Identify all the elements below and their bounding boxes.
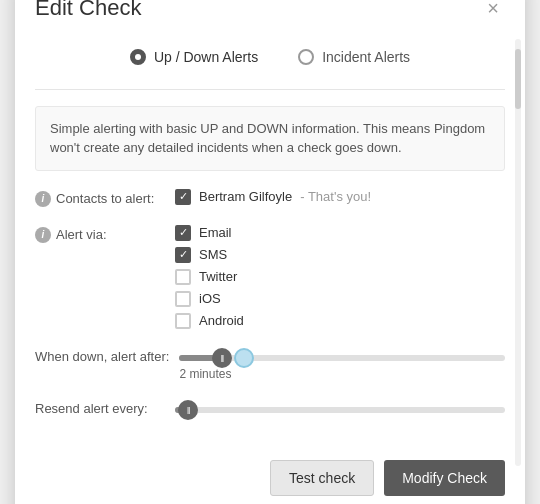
edit-check-modal: Edit Check × Up / Down Alerts Incident A… xyxy=(15,0,525,504)
scrollbar-thumb[interactable] xyxy=(515,49,521,109)
tabs-container: Up / Down Alerts Incident Alerts xyxy=(35,33,505,90)
resend-slider-container xyxy=(175,399,505,413)
contact-checkbox[interactable] xyxy=(175,189,191,205)
when-down-row: When down, alert after: 2 minutes xyxy=(35,347,505,381)
alert-option-android: Android xyxy=(175,313,505,329)
contact-suffix: - That's you! xyxy=(300,189,371,204)
when-down-slider-container: 2 minutes xyxy=(179,347,505,381)
modal-header: Edit Check × xyxy=(15,0,525,33)
contacts-label: i Contacts to alert: xyxy=(35,189,165,207)
alert-option-ios: iOS xyxy=(175,291,505,307)
when-down-slider-track[interactable] xyxy=(179,355,505,361)
twitter-checkbox[interactable] xyxy=(175,269,191,285)
scrollbar-track xyxy=(515,39,521,466)
contacts-row: i Contacts to alert: Bertram Gilfoyle - … xyxy=(35,189,505,207)
resend-row: Resend alert every: xyxy=(35,399,505,416)
contacts-info-icon: i xyxy=(35,191,51,207)
ios-checkbox[interactable] xyxy=(175,291,191,307)
modal-body: Simple alerting with basic UP and DOWN i… xyxy=(15,90,525,450)
sms-checkbox[interactable] xyxy=(175,247,191,263)
info-box: Simple alerting with basic UP and DOWN i… xyxy=(35,106,505,171)
modify-check-button[interactable]: Modify Check xyxy=(384,460,505,496)
slider-thumb-dark[interactable] xyxy=(212,348,232,368)
tab-up-down-radio xyxy=(130,49,146,65)
email-label: Email xyxy=(199,225,232,240)
slider-thumb-light xyxy=(234,348,254,368)
tab-incident-label: Incident Alerts xyxy=(322,49,410,65)
tab-incident-radio xyxy=(298,49,314,65)
ios-label: iOS xyxy=(199,291,221,306)
alert-via-row: i Alert via: Email SMS Twitter xyxy=(35,225,505,329)
twitter-label: Twitter xyxy=(199,269,237,284)
android-checkbox[interactable] xyxy=(175,313,191,329)
android-label: Android xyxy=(199,313,244,328)
tab-up-down-label: Up / Down Alerts xyxy=(154,49,258,65)
close-button[interactable]: × xyxy=(481,0,505,20)
email-checkbox[interactable] xyxy=(175,225,191,241)
tab-up-down[interactable]: Up / Down Alerts xyxy=(110,41,278,73)
modal-title: Edit Check xyxy=(35,0,141,21)
resend-label: Resend alert every: xyxy=(35,399,165,416)
alert-option-twitter: Twitter xyxy=(175,269,505,285)
alert-via-label: i Alert via: xyxy=(35,225,165,243)
resend-slider-thumb[interactable] xyxy=(178,400,198,420)
alert-via-content: Email SMS Twitter iOS Android xyxy=(175,225,505,329)
contacts-content: Bertram Gilfoyle - That's you! xyxy=(175,189,505,205)
test-check-button[interactable]: Test check xyxy=(270,460,374,496)
alert-via-info-icon: i xyxy=(35,227,51,243)
sms-label: SMS xyxy=(199,247,227,262)
alert-option-sms: SMS xyxy=(175,247,505,263)
resend-slider-track[interactable] xyxy=(175,407,505,413)
when-down-label: When down, alert after: xyxy=(35,347,169,364)
modal-footer: Test check Modify Check xyxy=(15,450,525,505)
when-down-value: 2 minutes xyxy=(179,367,505,381)
tab-incident[interactable]: Incident Alerts xyxy=(278,41,430,73)
alert-option-email: Email xyxy=(175,225,505,241)
contact-row: Bertram Gilfoyle - That's you! xyxy=(175,189,505,205)
contact-name: Bertram Gilfoyle xyxy=(199,189,292,204)
when-down-slider-thumb[interactable] xyxy=(212,348,254,368)
